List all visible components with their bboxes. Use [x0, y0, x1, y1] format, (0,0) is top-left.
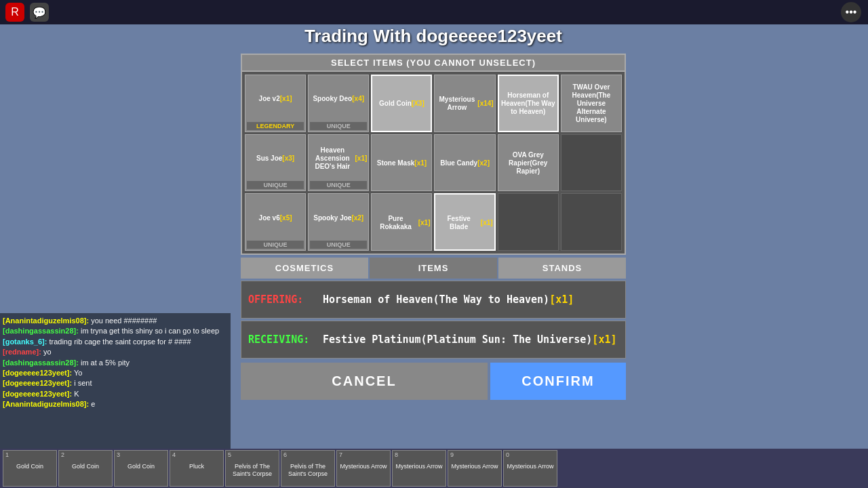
- modal-title: Trading With dogeeeee123yeet: [241, 26, 626, 47]
- chat-line: [gotanks_6]: trading rib cage the saint …: [3, 337, 228, 347]
- inventory-slot-3[interactable]: 3Gold Coin: [114, 450, 168, 487]
- item-cell[interactable]: Festive Blade [x1]: [434, 193, 495, 251]
- roblox-icon[interactable]: R: [5, 3, 24, 22]
- item-cell[interactable]: Spooky Joe [x2]UNIQUE: [308, 193, 369, 251]
- item-cell[interactable]: Blue Candy [x2]: [434, 134, 495, 192]
- offering-label: OFFERING:: [248, 293, 316, 306]
- offering-text: Horseman of Heaven(The Way to Heaven)[x1…: [323, 293, 574, 306]
- chat-line: [dashingassassin28]: im at a 5% pity: [3, 358, 228, 368]
- trading-modal: Trading With dogeeeee123yeet SELECT ITEM…: [241, 26, 626, 400]
- item-cell[interactable]: Stone Mask [x1]: [371, 134, 432, 192]
- inventory-slot-2[interactable]: 2Gold Coin: [58, 450, 113, 487]
- receiving-label: RECEIVING:: [248, 333, 316, 346]
- chat-line: [dogeeeee123yeet]: i sent: [3, 378, 228, 388]
- chat-line: [dogeeeee123yeet]: Yo: [3, 368, 228, 378]
- inventory-slot-8[interactable]: 8Mysterious Arrow: [392, 450, 446, 487]
- item-cell[interactable]: Heaven Ascension DEO's Hair [x1]UNIQUE: [308, 134, 369, 192]
- item-cell[interactable]: Joe v6 [x5]UNIQUE: [245, 193, 306, 251]
- tab-items[interactable]: ITEMS: [370, 258, 497, 279]
- chat-panel: [Ananintadiguzelmis08]: you need #######…: [0, 313, 231, 449]
- chat-line: [redname]: yo: [3, 347, 228, 357]
- inventory-slot-4[interactable]: 4Pluck: [170, 450, 224, 487]
- items-grid: Joe v2 [x1]LEGENDARYSpooky Deo [x4]UNIQU…: [241, 72, 626, 255]
- tab-cosmetics[interactable]: COSMETICS: [241, 258, 368, 279]
- receiving-text: Festive Platinum(Platinum Sun: The Unive…: [323, 333, 616, 346]
- inventory-slot-5[interactable]: 5Pelvis of The Saint's Corpse: [225, 450, 279, 487]
- more-icon[interactable]: •••: [841, 2, 861, 22]
- item-cell[interactable]: OVA Grey Rapier(Grey Rapier): [498, 134, 559, 192]
- item-cell[interactable]: Horseman of Heaven(The Way to Heaven): [498, 75, 559, 132]
- tab-stands[interactable]: STANDS: [498, 258, 626, 279]
- item-cell[interactable]: Pure Rokakaka [x1]: [371, 193, 432, 251]
- chat-line: [Ananintadiguzelmis08]: you need #######…: [3, 316, 228, 326]
- inventory-slot-1[interactable]: 1Gold Coin: [3, 450, 57, 487]
- item-cell[interactable]: Gold Coin [X3]: [371, 75, 432, 132]
- item-cell-empty: [561, 193, 622, 251]
- inventory-bar: 1Gold Coin2Gold Coin3Gold Coin4Pluck5Pel…: [0, 449, 868, 488]
- item-cell[interactable]: TWAU Over Heaven(The Universe Alternate …: [561, 75, 622, 132]
- top-bar: R 💬 •••: [0, 0, 868, 24]
- inventory-slot-7[interactable]: 7Mysterious Arrow: [336, 450, 391, 487]
- item-cell[interactable]: Mysterious Arrow [x14]: [434, 75, 495, 132]
- item-cell[interactable]: Joe v2 [x1]LEGENDARY: [245, 75, 306, 132]
- chat-line: [Ananintadiguzelmis08]: e: [3, 399, 228, 409]
- item-cell[interactable]: Spooky Deo [x4]UNIQUE: [308, 75, 369, 132]
- item-cell-empty: [498, 193, 559, 251]
- cancel-button[interactable]: CANCEL: [241, 363, 488, 400]
- item-cell[interactable]: Sus Joe [x3]UNIQUE: [245, 134, 306, 192]
- chat-icon[interactable]: 💬: [30, 3, 49, 22]
- receiving-row: RECEIVING: Festive Platinum(Platinum Sun…: [241, 321, 626, 359]
- inventory-slot-10[interactable]: 0Mysterious Arrow: [503, 450, 557, 487]
- chat-line: [dashingassassin28]: im tryna get this s…: [3, 326, 228, 336]
- offering-row: OFFERING: Horseman of Heaven(The Way to …: [241, 281, 626, 319]
- confirm-button[interactable]: CONFIRM: [490, 363, 626, 400]
- select-banner: SELECT ITEMS (YOU CANNOT UNSELECT): [241, 54, 626, 72]
- inventory-slot-6[interactable]: 6Pelvis of The Saint's Corpse: [281, 450, 335, 487]
- chat-line: [dogeeeee123yeet]: K: [3, 389, 228, 399]
- inventory-slot-9[interactable]: 9Mysterious Arrow: [448, 450, 502, 487]
- action-buttons: CANCEL CONFIRM: [241, 363, 626, 400]
- tabs-row: COSMETICSITEMSSTANDS: [241, 258, 626, 279]
- item-cell-empty: [561, 134, 622, 192]
